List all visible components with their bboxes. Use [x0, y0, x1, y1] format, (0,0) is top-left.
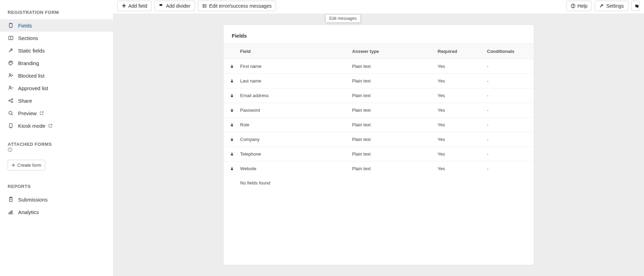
- svg-line-15: [12, 114, 13, 116]
- no-fields-row: No fields found: [224, 176, 534, 190]
- sidebar-section-attached: ATTACHED FORMS: [0, 132, 113, 156]
- cell-field: Password: [240, 108, 352, 113]
- cell-answer: Plain text: [352, 78, 438, 84]
- info-icon[interactable]: [8, 147, 105, 152]
- fields-card: Fields Field Answer type Required Condit…: [224, 25, 534, 265]
- sidebar: REGISTRATION FORM FieldsSectionsStatic f…: [0, 0, 113, 276]
- share-icon: [8, 97, 14, 104]
- svg-line-19: [50, 124, 52, 126]
- table-row[interactable]: WebsitePlain textYes-: [224, 161, 534, 176]
- cell-conditionals: -: [487, 108, 534, 113]
- cell-answer: Plain text: [352, 151, 438, 157]
- help-button[interactable]: Help: [566, 1, 592, 11]
- cell-required: Yes: [438, 151, 487, 157]
- add-field-button[interactable]: Add field: [117, 1, 152, 11]
- sidebar-item-label: Kiosk mode: [18, 123, 45, 129]
- fields-table: Field Answer type Required Conditionals …: [224, 44, 534, 190]
- lock-icon: [224, 137, 240, 142]
- svg-rect-24: [10, 197, 11, 198]
- header-required: Required: [438, 49, 487, 54]
- no-fields-label: No fields found: [240, 180, 352, 186]
- sidebar-item-static-fields[interactable]: Static fields: [0, 44, 113, 57]
- sidebar-section-registration: REGISTRATION FORM: [0, 0, 113, 19]
- settings-button[interactable]: Settings: [595, 1, 628, 11]
- cell-field: Role: [240, 122, 352, 127]
- svg-point-6: [11, 62, 12, 63]
- svg-point-11: [11, 101, 13, 103]
- sidebar-item-label: Analytics: [18, 209, 39, 215]
- table-row[interactable]: Email addressPlain textYes-: [224, 88, 534, 103]
- gear-icon: [634, 3, 639, 8]
- cell-field: Telephone: [240, 151, 352, 157]
- cell-answer: Plain text: [352, 93, 438, 98]
- sidebar-item-preview[interactable]: Preview: [0, 107, 113, 119]
- cell-conditionals: -: [487, 93, 534, 98]
- sidebar-item-kiosk-mode[interactable]: Kiosk mode: [0, 119, 113, 132]
- lock-icon: [224, 123, 240, 127]
- create-form-label: Create form: [17, 163, 41, 168]
- toolbar: Add field Add divider Edit error/success…: [113, 0, 644, 14]
- cell-conditionals: -: [487, 122, 534, 127]
- cell-conditionals: -: [487, 64, 534, 69]
- svg-point-36: [573, 7, 573, 7]
- gear-button[interactable]: [631, 1, 640, 11]
- sidebar-item-branding[interactable]: Branding: [0, 57, 113, 69]
- svg-rect-41: [231, 125, 233, 126]
- columns-icon: [8, 35, 14, 41]
- sidebar-item-approved-list[interactable]: Approved list: [0, 82, 113, 94]
- header-field: Field: [240, 49, 352, 54]
- lock-icon: [224, 152, 240, 156]
- lock-icon: [224, 79, 240, 83]
- svg-point-10: [11, 98, 13, 100]
- lock-icon: [224, 64, 240, 69]
- sidebar-report-analytics[interactable]: Analytics: [0, 206, 113, 218]
- card-title: Fields: [224, 25, 534, 44]
- table-header: Field Answer type Required Conditionals: [224, 44, 534, 59]
- user-x-icon: [8, 72, 14, 79]
- chart-icon: [8, 209, 14, 215]
- sidebar-item-fields[interactable]: Fields: [0, 19, 113, 32]
- sidebar-item-label: Share: [18, 98, 32, 104]
- sidebar-item-label: Preview: [18, 110, 37, 116]
- add-field-label: Add field: [128, 3, 147, 9]
- add-divider-button[interactable]: Add divider: [154, 1, 195, 11]
- create-form-button[interactable]: Create form: [8, 160, 45, 171]
- cell-answer: Plain text: [352, 122, 438, 127]
- cell-conditionals: -: [487, 151, 534, 157]
- svg-rect-37: [231, 66, 233, 68]
- clipboard-icon: [8, 22, 14, 29]
- table-row[interactable]: CompanyPlain textYes-: [224, 132, 534, 147]
- table-row[interactable]: RolePlain textYes-: [224, 118, 534, 132]
- svg-rect-25: [9, 212, 10, 214]
- edit-messages-button[interactable]: Edit error/success messages: [198, 1, 276, 11]
- sidebar-report-submissions[interactable]: Submissions: [0, 193, 113, 206]
- sidebar-item-sections[interactable]: Sections: [0, 32, 113, 44]
- main: Add field Add divider Edit error/success…: [113, 0, 644, 276]
- search-icon: [8, 110, 14, 116]
- svg-rect-44: [231, 168, 233, 170]
- svg-point-33: [203, 6, 203, 6]
- cell-field: Email address: [240, 93, 352, 98]
- settings-label: Settings: [606, 3, 624, 9]
- header-answer: Answer type: [352, 49, 438, 54]
- sidebar-item-blocked-list[interactable]: Blocked list: [0, 69, 113, 82]
- cell-answer: Plain text: [352, 108, 438, 113]
- plus-icon: [122, 3, 126, 8]
- sidebar-item-label: Submissions: [18, 197, 48, 203]
- sidebar-item-share[interactable]: Share: [0, 94, 113, 107]
- sidebar-item-label: Sections: [18, 35, 38, 41]
- svg-point-4: [9, 62, 10, 63]
- table-row[interactable]: TelephonePlain textYes-: [224, 147, 534, 161]
- help-label: Help: [578, 3, 588, 9]
- svg-rect-42: [231, 139, 233, 141]
- content-area: Fields Field Answer type Required Condit…: [113, 14, 644, 276]
- sidebar-item-label: Fields: [18, 23, 32, 29]
- external-icon: [48, 123, 53, 128]
- cell-required: Yes: [438, 64, 487, 69]
- cell-conditionals: -: [487, 166, 534, 171]
- table-row[interactable]: Last namePlain textYes-: [224, 74, 534, 88]
- tooltip-edit-messages: Edit messages: [325, 14, 361, 23]
- table-row[interactable]: First namePlain textYes-: [224, 59, 534, 74]
- cell-required: Yes: [438, 93, 487, 98]
- table-row[interactable]: PasswordPlain textYes-: [224, 103, 534, 118]
